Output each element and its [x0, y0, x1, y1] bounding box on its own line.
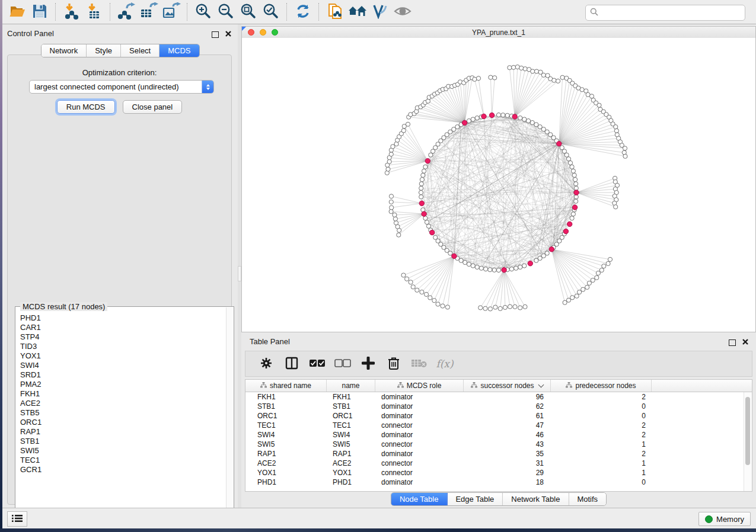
mcds-result-item[interactable]: ACE2	[16, 399, 227, 408]
leaf-node[interactable]	[614, 205, 618, 209]
leaf-node[interactable]	[503, 305, 507, 309]
mcds-result-item[interactable]: RAP1	[16, 427, 227, 437]
export-image-button[interactable]	[160, 2, 183, 22]
leaf-node[interactable]	[393, 217, 397, 221]
leaf-node[interactable]	[508, 305, 512, 309]
network-node[interactable]	[518, 265, 522, 269]
tab-style[interactable]: Style	[87, 44, 121, 57]
leaf-node[interactable]	[493, 76, 497, 80]
network-node[interactable]	[425, 220, 429, 225]
leaf-node[interactable]	[531, 69, 535, 73]
mcds-result-item[interactable]: PMA2	[16, 380, 227, 389]
leaf-node[interactable]	[415, 288, 419, 292]
leaf-node[interactable]	[519, 66, 524, 70]
mcds-node[interactable]	[574, 190, 579, 195]
leaf-node[interactable]	[523, 67, 527, 71]
float-panel-icon[interactable]	[212, 31, 219, 38]
network-node[interactable]	[484, 267, 488, 271]
mcds-result-item[interactable]: STP4	[16, 332, 227, 342]
leaf-node[interactable]	[575, 294, 579, 298]
network-node[interactable]	[574, 195, 578, 199]
table-row[interactable]: SWI5SWI5connector431	[245, 440, 752, 449]
leaf-node[interactable]	[578, 290, 582, 294]
network-node[interactable]	[463, 260, 467, 264]
network-node[interactable]	[570, 216, 574, 220]
run-mcds-button[interactable]: Run MCDS	[57, 100, 115, 114]
leaf-node[interactable]	[386, 167, 390, 171]
leaf-node[interactable]	[570, 296, 575, 300]
network-node[interactable]	[433, 235, 438, 239]
leaf-node[interactable]	[623, 154, 627, 158]
network-node[interactable]	[471, 264, 475, 268]
network-canvas[interactable]	[242, 38, 755, 332]
table-scrollbar-thumb[interactable]	[745, 397, 750, 465]
leaf-node[interactable]	[493, 305, 497, 309]
leaf-node[interactable]	[428, 296, 432, 300]
leaf-node[interactable]	[552, 78, 556, 82]
network-node[interactable]	[426, 224, 430, 228]
clone-network-button[interactable]	[324, 2, 346, 22]
memory-button[interactable]: Memory	[698, 512, 751, 526]
leaf-node[interactable]	[390, 206, 394, 210]
leaf-node[interactable]	[595, 275, 599, 280]
leaf-node[interactable]	[585, 285, 589, 289]
tab-mcds[interactable]: MCDS	[160, 44, 199, 57]
mcds-node[interactable]	[419, 201, 424, 206]
tab-motifs[interactable]: Motifs	[569, 493, 606, 505]
close-panel-icon[interactable]	[225, 29, 232, 40]
mcds-result-item[interactable]: ORC1	[16, 418, 227, 427]
column-header-predecessor-nodes[interactable]: predecessor nodes	[551, 380, 652, 392]
leaf-node[interactable]	[411, 285, 415, 289]
mcds-result-item[interactable]: FKH1	[16, 389, 227, 399]
table-row[interactable]: TEC1TEC1connector472	[245, 421, 752, 430]
tab-node-table[interactable]: Node Table	[391, 493, 448, 505]
column-layout-button[interactable]	[283, 355, 301, 373]
refresh-button[interactable]	[292, 2, 314, 22]
network-node[interactable]	[423, 165, 428, 169]
leaf-node[interactable]	[580, 88, 584, 92]
leaf-node[interactable]	[424, 292, 428, 296]
deselect-all-button[interactable]	[334, 355, 352, 373]
network-node[interactable]	[420, 178, 424, 182]
zoom-fit-button[interactable]	[237, 2, 260, 22]
show-hide-graphics-button[interactable]	[391, 2, 414, 22]
leaf-node[interactable]	[489, 75, 493, 79]
leaf-node[interactable]	[436, 302, 440, 306]
leaf-node[interactable]	[432, 299, 436, 303]
export-network-button[interactable]	[115, 2, 138, 22]
table-row[interactable]: PHD1PHD1dominator180	[245, 477, 752, 487]
leaf-node[interactable]	[401, 273, 406, 277]
mcds-node[interactable]	[430, 230, 435, 235]
mcds-node[interactable]	[563, 229, 568, 233]
network-node[interactable]	[527, 118, 531, 123]
select-all-button[interactable]	[308, 355, 326, 373]
leaf-node[interactable]	[560, 75, 564, 79]
mcds-node[interactable]	[528, 261, 532, 266]
table-row[interactable]: ORC1ORC1dominator610	[245, 411, 752, 421]
network-node[interactable]	[574, 199, 578, 203]
leaf-node[interactable]	[420, 290, 424, 294]
leaf-node[interactable]	[602, 264, 606, 268]
tab-edge-table[interactable]: Edge Table	[447, 493, 503, 505]
leaf-node[interactable]	[591, 278, 595, 282]
mcds-list-scrollbar[interactable]	[226, 307, 233, 525]
network-node[interactable]	[419, 195, 423, 199]
column-header-name[interactable]: name	[327, 380, 375, 392]
network-node[interactable]	[496, 268, 500, 272]
leaf-node[interactable]	[597, 103, 601, 107]
zoom-in-button[interactable]	[192, 2, 215, 22]
network-node[interactable]	[501, 113, 505, 117]
style-preview-button[interactable]	[369, 2, 391, 22]
network-node[interactable]	[566, 157, 570, 161]
leaf-node[interactable]	[483, 306, 487, 310]
mcds-node[interactable]	[557, 141, 562, 146]
network-node[interactable]	[514, 266, 518, 270]
save-session-button[interactable]	[28, 2, 51, 22]
mcds-node[interactable]	[481, 114, 486, 118]
leaf-node[interactable]	[393, 213, 397, 217]
network-node[interactable]	[518, 116, 522, 120]
mcds-node[interactable]	[502, 268, 506, 273]
table-row[interactable]: YOX1YOX1connector291	[245, 468, 752, 477]
mcds-node[interactable]	[422, 211, 426, 216]
leaf-node[interactable]	[596, 271, 600, 275]
